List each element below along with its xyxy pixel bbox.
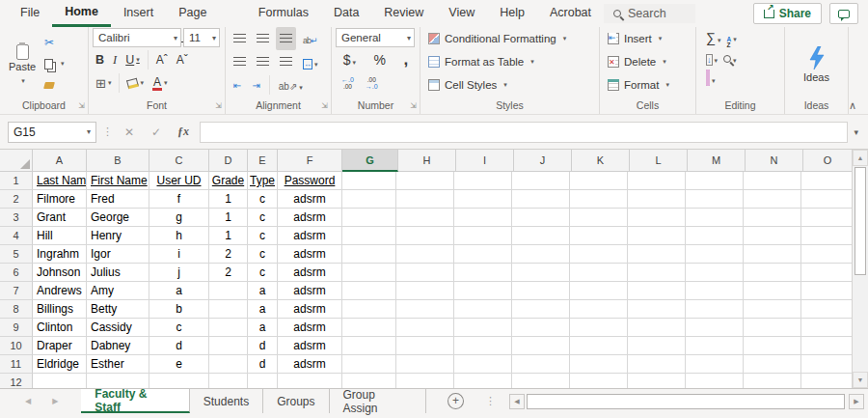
cell[interactable]: adsrm: [278, 264, 342, 282]
column-header-o[interactable]: O: [803, 150, 852, 172]
tab-insert[interactable]: Insert: [111, 0, 166, 27]
cell[interactable]: c: [248, 227, 278, 245]
align-center-button[interactable]: [253, 50, 273, 73]
vertical-scrollbar[interactable]: ▲ ▼: [852, 150, 868, 388]
copy-button[interactable]: [42, 54, 67, 73]
cell[interactable]: adsrm: [278, 355, 342, 374]
cell[interactable]: Eldridge: [33, 355, 87, 374]
column-header-a[interactable]: A: [33, 150, 87, 172]
horizontal-scrollbar[interactable]: ◀ ▶: [505, 389, 868, 413]
empty-cells[interactable]: [342, 209, 852, 227]
sort-filter-button[interactable]: AZ: [727, 28, 737, 48]
cell[interactable]: Henry: [87, 227, 149, 245]
empty-cells[interactable]: [342, 337, 852, 355]
tab-formulas[interactable]: Formulas: [246, 0, 321, 27]
align-left-button[interactable]: [230, 50, 250, 73]
cell[interactable]: [209, 300, 248, 319]
cell[interactable]: Betty: [87, 300, 149, 319]
cell[interactable]: j: [149, 264, 209, 282]
column-header-f[interactable]: F: [278, 150, 342, 172]
row-header[interactable]: 1: [0, 172, 33, 190]
comments-button[interactable]: [829, 3, 858, 24]
cell[interactable]: e: [149, 355, 209, 374]
decrease-indent-button[interactable]: ⇤: [230, 77, 245, 94]
empty-cells[interactable]: [342, 355, 852, 374]
column-header-d[interactable]: D: [209, 150, 248, 172]
sheet-tab-students[interactable]: Students: [190, 389, 263, 413]
row-header[interactable]: 2: [0, 190, 33, 209]
cell[interactable]: George: [87, 209, 149, 227]
cell[interactable]: [33, 374, 87, 388]
bold-button[interactable]: B: [93, 53, 107, 67]
cell[interactable]: Fred: [87, 190, 149, 209]
name-box[interactable]: G15 ▾: [8, 122, 96, 143]
column-header-l[interactable]: L: [630, 150, 688, 172]
font-size-combo[interactable]: 11▾: [183, 28, 220, 47]
cell[interactable]: 1: [209, 190, 248, 209]
number-dialog-launcher[interactable]: ⇲: [410, 99, 417, 113]
currency-button[interactable]: $: [343, 52, 356, 68]
cell[interactable]: d: [248, 355, 278, 374]
borders-button[interactable]: ⊞: [93, 76, 114, 91]
cell[interactable]: c: [248, 245, 278, 264]
scroll-right-icon[interactable]: ▶: [849, 394, 864, 409]
expand-formula-bar-icon[interactable]: ▾: [854, 127, 860, 137]
delete-cells-button[interactable]: Delete: [608, 51, 692, 72]
tab-home[interactable]: Home: [52, 0, 111, 27]
align-right-button[interactable]: [276, 50, 296, 73]
cell[interactable]: Andrews: [33, 282, 87, 300]
sheet-tab-group-assign[interactable]: Group Assign: [330, 389, 427, 413]
cell[interactable]: [209, 319, 248, 337]
sheet-tab-groups[interactable]: Groups: [263, 389, 329, 413]
cell[interactable]: Billings: [33, 300, 87, 319]
cell[interactable]: Cassidy: [87, 319, 149, 337]
tab-page-layout[interactable]: Page Layout: [166, 0, 246, 27]
autosum-button[interactable]: ∑: [706, 29, 721, 46]
cell[interactable]: a: [248, 319, 278, 337]
font-color-button[interactable]: A: [149, 76, 171, 91]
column-header-n[interactable]: N: [746, 150, 803, 172]
row-header[interactable]: 5: [0, 245, 33, 264]
cell[interactable]: Last Name: [33, 172, 87, 190]
row-header[interactable]: 6: [0, 264, 33, 282]
paste-dropdown[interactable]: [19, 73, 25, 85]
cell[interactable]: Johnson: [33, 264, 87, 282]
cell[interactable]: adsrm: [278, 319, 342, 337]
fill-color-button[interactable]: [124, 79, 147, 88]
cell[interactable]: User UD: [149, 172, 209, 190]
underline-button[interactable]: U: [122, 53, 143, 67]
column-header-j[interactable]: J: [514, 150, 572, 172]
scroll-left-icon[interactable]: ◀: [509, 394, 525, 409]
row-header[interactable]: 9: [0, 319, 33, 337]
cell[interactable]: adsrm: [278, 282, 342, 300]
ideas-button[interactable]: Ideas: [794, 31, 840, 98]
cell[interactable]: d: [149, 337, 209, 355]
cell[interactable]: Filmore: [33, 190, 87, 209]
vertical-scrollbar-thumb[interactable]: [854, 167, 866, 275]
cell[interactable]: [209, 282, 248, 300]
cell[interactable]: b: [149, 300, 209, 319]
cell[interactable]: Hill: [33, 227, 87, 245]
cell[interactable]: i: [149, 245, 209, 264]
cell[interactable]: adsrm: [278, 337, 342, 355]
row-header[interactable]: 11: [0, 355, 33, 374]
tab-acrobat[interactable]: Acrobat: [537, 0, 604, 27]
cell[interactable]: Grade: [209, 172, 248, 190]
cell[interactable]: [209, 374, 248, 388]
cell[interactable]: 1: [209, 227, 248, 245]
cell[interactable]: adsrm: [278, 245, 342, 264]
increase-indent-button[interactable]: ⇥: [248, 77, 263, 94]
row-header[interactable]: 12: [0, 374, 33, 388]
italic-button[interactable]: I: [110, 53, 120, 68]
number-format-combo[interactable]: General▾: [336, 28, 415, 47]
empty-cells[interactable]: [342, 374, 852, 388]
cell[interactable]: Ingrahm: [33, 245, 87, 264]
insert-function-button[interactable]: ƒx: [173, 125, 194, 139]
orientation-button[interactable]: ab⇗: [275, 73, 307, 97]
font-name-combo[interactable]: Calibri▾: [93, 28, 181, 47]
empty-cells[interactable]: [342, 227, 852, 245]
cell[interactable]: adsrm: [278, 227, 342, 245]
cell[interactable]: c: [248, 264, 278, 282]
empty-cells[interactable]: [342, 300, 852, 319]
tab-review[interactable]: Review: [371, 0, 436, 27]
